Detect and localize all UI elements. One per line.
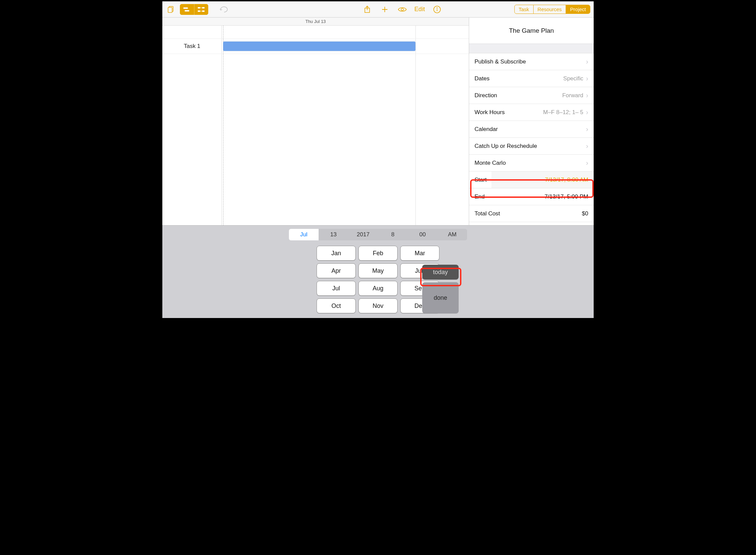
row-label: Dates — [475, 75, 489, 82]
row-value: Specific — [563, 75, 584, 82]
add-icon[interactable] — [379, 4, 390, 15]
month-jul[interactable]: Jul — [317, 281, 356, 296]
month-jan[interactable]: Jan — [317, 246, 356, 261]
row-label: Work Hours — [475, 109, 505, 116]
row-end[interactable]: End 7/13/17, 5:00 PM — [469, 188, 594, 205]
inspector-title: The Game Plan — [469, 18, 594, 44]
svg-rect-6 — [202, 7, 205, 8]
picker-tab-ampm[interactable]: AM — [437, 229, 467, 240]
svg-rect-3 — [185, 10, 189, 11]
chevron-right-icon: › — [586, 58, 588, 65]
row-monte-carlo[interactable]: Monte Carlo › — [469, 155, 594, 171]
row-publish-subscribe[interactable]: Publish & Subscribe › — [469, 53, 594, 70]
row-catch-up[interactable]: Catch Up or Reschedule › — [469, 138, 594, 155]
svg-point-9 — [401, 8, 403, 10]
month-aug[interactable]: Aug — [358, 281, 398, 296]
svg-rect-1 — [168, 7, 172, 12]
row-label: Direction — [475, 92, 497, 99]
chevron-right-icon: › — [586, 125, 588, 133]
tab-resources[interactable]: Resources — [534, 5, 566, 14]
inspector-spacer — [469, 44, 594, 53]
row-dates[interactable]: Dates Specific› — [469, 70, 594, 87]
date-picker: Jul 13 2017 8 00 AM Jan Feb Mar Apr May … — [162, 225, 594, 318]
date-header: Thu Jul 13 — [162, 18, 469, 26]
row-calendar[interactable]: Calendar › — [469, 121, 594, 138]
chevron-right-icon: › — [586, 142, 588, 150]
tab-task[interactable]: Task — [515, 5, 534, 14]
picker-tab-minute[interactable]: 00 — [408, 229, 437, 240]
documents-icon[interactable] — [166, 4, 177, 15]
row-label: End — [475, 193, 485, 200]
today-button[interactable]: today — [422, 265, 459, 280]
row-value: $0 — [582, 210, 588, 217]
row-value: Forward — [562, 92, 583, 99]
month-nov[interactable]: Nov — [358, 298, 398, 313]
month-apr[interactable]: Apr — [317, 263, 356, 278]
row-label: Monte Carlo — [475, 160, 506, 166]
eye-icon[interactable] — [397, 4, 408, 15]
view-toggle[interactable] — [180, 4, 208, 15]
row-work-hours[interactable]: Work Hours M–F 8–12; 1– 5› — [469, 104, 594, 121]
gantt-view-icon[interactable] — [180, 4, 194, 15]
task-name[interactable]: Task 1 — [162, 38, 222, 54]
row-label: Calendar — [475, 126, 498, 133]
row-value: 7/13/17, 8:00 AM — [545, 177, 588, 183]
row-total-cost[interactable]: Total Cost $0 — [469, 205, 594, 222]
row-value: M–F 8–12; 1– 5 — [543, 109, 583, 116]
row-label: Publish & Subscribe — [475, 58, 526, 65]
undo-icon[interactable] — [218, 4, 229, 15]
svg-rect-5 — [198, 10, 200, 12]
row-value: 7/13/17, 5:00 PM — [545, 193, 588, 200]
chevron-right-icon: › — [586, 75, 588, 82]
month-oct[interactable]: Oct — [317, 298, 356, 313]
picker-tab-month[interactable]: Jul — [289, 229, 319, 240]
row-direction[interactable]: Direction Forward› — [469, 87, 594, 104]
month-mar[interactable]: Mar — [400, 246, 439, 261]
tab-project[interactable]: Project — [566, 5, 590, 14]
picker-component-tabs: Jul 13 2017 8 00 AM — [162, 226, 594, 240]
picker-tab-hour[interactable]: 8 — [378, 229, 408, 240]
month-may[interactable]: May — [358, 263, 398, 278]
svg-point-11 — [437, 7, 437, 8]
edit-button[interactable]: Edit — [414, 6, 425, 13]
inspector-tabs: Task Resources Project — [514, 5, 590, 14]
row-start[interactable]: Start 7/13/17, 8:00 AM — [469, 171, 594, 188]
month-grid: Jan Feb Mar Apr May Jun Jul Aug Sep Oct … — [162, 240, 594, 318]
picker-tab-day[interactable]: 13 — [319, 229, 348, 240]
chevron-right-icon: › — [586, 108, 588, 116]
row-label: Total Cost — [475, 210, 500, 217]
info-icon[interactable] — [432, 4, 442, 15]
app-window: Edit Task Resources Project Thu Jul 13 — [161, 0, 595, 319]
svg-rect-4 — [198, 7, 200, 8]
task-bar[interactable] — [223, 41, 415, 51]
row-label: Catch Up or Reschedule — [475, 143, 537, 150]
svg-rect-7 — [202, 10, 205, 12]
share-icon[interactable] — [362, 4, 373, 15]
svg-rect-2 — [183, 7, 188, 9]
row-label: Start — [475, 177, 487, 183]
month-feb[interactable]: Feb — [358, 246, 398, 261]
picker-tab-year[interactable]: 2017 — [348, 229, 378, 240]
network-view-icon[interactable] — [194, 4, 208, 15]
chevron-right-icon: › — [586, 159, 588, 167]
chevron-right-icon: › — [586, 91, 588, 99]
done-button[interactable]: done — [422, 282, 459, 313]
toolbar: Edit Task Resources Project — [162, 1, 594, 18]
